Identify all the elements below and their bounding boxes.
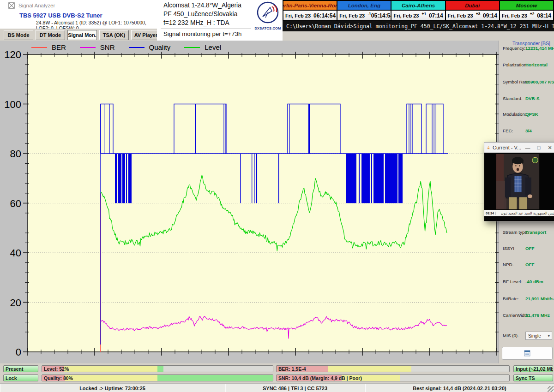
gauge-segment: [411, 366, 509, 372]
tab-av-player[interactable]: AV Player: [131, 30, 161, 40]
clock-date: Fri, Feb 23: [448, 13, 473, 18]
field-standard-: Standard:DVB-S: [499, 96, 554, 102]
gauge-segment: [157, 375, 273, 381]
legend-label: SNR: [100, 43, 115, 51]
field-label: Modulation:: [503, 112, 526, 117]
vlc-video-area[interactable]: 09:34 رئيس الجمهورية السيد عبد المجيد تب…: [484, 153, 554, 220]
clock-time-row: Fri, Feb 23+208:14: [500, 11, 553, 20]
clock-date: Fri, Feb 23: [393, 13, 419, 18]
field-fec-: FEC:3/4: [499, 128, 554, 135]
mis-select-value: Single: [528, 333, 541, 339]
clock-city: Moscow: [500, 1, 553, 10]
vlc-titlebar[interactable]: Current - V... — □ ✕: [484, 143, 554, 153]
field-rf-level-: RF Level:-40 dBm: [499, 279, 554, 285]
svg-text:40: 40: [10, 247, 21, 259]
gauge-segment: [163, 366, 273, 372]
field-label: NPD:: [503, 262, 513, 267]
clock-city: London, Eng: [337, 1, 391, 10]
clock-time: 06:14:54: [313, 12, 336, 19]
field-npd-: NPD:OFF: [499, 262, 554, 268]
minimize-icon[interactable]: —: [524, 145, 531, 151]
signal-chart: BERSNRQualityLevel 020406080100120: [0, 41, 499, 363]
vlc-window: Current - V... — □ ✕: [484, 142, 554, 221]
gauge-segment: [157, 366, 163, 372]
tab-dt-mode[interactable]: DT Mode: [36, 30, 65, 40]
clock-london-eng: London, EngFri, Feb 23-105:14:54: [337, 1, 391, 20]
app-icon: [8, 2, 15, 9]
field-value: OFF: [525, 262, 535, 267]
clock-time-row: Fri, Feb 2306:14:54: [283, 11, 337, 20]
field-label: Polarization:: [503, 62, 528, 67]
clock-time-row: Fri, Feb 23+309:14: [446, 11, 499, 20]
legend-label: BER: [52, 43, 66, 51]
field-label: RF Level:: [503, 279, 522, 284]
clock-time: 07:14: [429, 12, 443, 19]
resize-grip-icon[interactable]: [548, 386, 554, 392]
gauge-segment: [328, 366, 411, 372]
mode-tabstrip: BS ModeDT ModeSignal Mon.TSA (OK)AV Play…: [0, 29, 160, 41]
close-icon[interactable]: ✕: [546, 145, 554, 151]
clock-time-row: Fri, Feb 23+107:14: [391, 11, 445, 20]
level-bar: Level: 52%: [42, 365, 273, 372]
video-frame: [496, 154, 539, 209]
gauge-segment: [400, 375, 509, 381]
console-window: C:\Users\Roman Dávid>Signal monitoring_P…: [283, 21, 554, 31]
field-value: 21,476 MHz: [525, 313, 550, 318]
statusbar-uptime: Locked -> Uptime: 73:00:25: [0, 384, 225, 392]
field-value: 15908,307 KS/s: [525, 79, 554, 84]
tab-tsa-ok-[interactable]: TSA (OK): [99, 30, 129, 40]
field-value: 3/4: [525, 128, 532, 133]
statusbar: Locked -> Uptime: 73:00:25 SYNC 486 | TE…: [0, 383, 554, 392]
clock-city: Cairo-Athens: [391, 1, 445, 10]
svg-text:100: 100: [4, 99, 21, 110]
field-label: Standard:: [503, 96, 522, 101]
legend-label: Level: [205, 43, 221, 51]
tab-bs-mode[interactable]: BS Mode: [4, 30, 33, 40]
legend-item-quality: Quality: [129, 43, 171, 51]
news-ticker: 09:34 رئيس الجمهورية السيد عبد المجيد تب…: [484, 210, 554, 216]
maximize-icon[interactable]: □: [535, 145, 542, 151]
clock-date: Fri, Feb 23: [502, 13, 527, 18]
legend-swatch: [31, 47, 47, 48]
statusbar-sync: SYNC 486 | TEI 3 | CC 5723: [225, 384, 365, 392]
legend-swatch: [129, 47, 145, 48]
present-label: Present: [6, 366, 24, 372]
annotation-line2: PF 450_Lučenec/Slovakia: [163, 11, 253, 18]
field-value: Transport: [525, 230, 546, 235]
tuner-info: TBS 5927 USB DVB-S2 Tuner 24.8W - Alcoms…: [0, 12, 157, 31]
input-bar: Input (~21,02 Mbps): [513, 365, 553, 372]
legend-item-level: Level: [184, 43, 221, 51]
legend-swatch: [80, 47, 96, 48]
svg-text:60: 60: [10, 198, 21, 209]
lock-bar: Lock: [3, 374, 38, 381]
tab-signal-mon-[interactable]: Signal Mon.: [67, 30, 97, 40]
field-issyi: ISSYIOFF: [499, 246, 554, 252]
svg-text:80: 80: [10, 148, 21, 160]
present-bar: Present: [3, 365, 38, 372]
snr-bar: SNR: 10,4 dB (Margin: 4,9 dB | Poor): [276, 374, 510, 381]
field-label: MIS (0):: [503, 333, 519, 338]
legend-item-ber: BER: [31, 43, 66, 51]
window-titlebar[interactable]: Signal Analyzer: [0, 0, 165, 11]
field-value: Horizontal: [525, 62, 548, 67]
legend-label: Quality: [149, 43, 171, 51]
sync-label: Sync TS: [516, 375, 535, 381]
ts-save-icon: [524, 350, 531, 356]
chart-legend: BERSNRQualityLevel: [31, 43, 221, 51]
clock-city: Berlin-Paris-Vienna-Roma: [283, 1, 337, 10]
mis-select[interactable]: Single▾: [525, 332, 552, 340]
ts-record-button[interactable]: [502, 347, 553, 360]
field-carrierwidth-: CarrierWidth:21,476 MHz: [499, 313, 554, 319]
clock-time-row: Fri, Feb 23-105:14:54: [337, 11, 391, 20]
field-value: 12231,414 MHz: [525, 46, 554, 51]
field-value: DVB-S: [525, 96, 539, 101]
field-bitrate-: BitRate:21,991 Mbit/s: [499, 296, 554, 303]
ber-bar: BER: 1,5E-4: [276, 365, 510, 372]
clock-date: Fri, Feb 23: [339, 13, 365, 18]
clock-utc-offset: +2: [530, 12, 535, 16]
clock-utc-offset: +1: [422, 12, 426, 16]
console-text: C:\Users\Roman Dávid>Signal monitoring_P…: [286, 23, 554, 30]
svg-text:0: 0: [16, 346, 21, 358]
chart-plot: 020406080100120: [0, 41, 499, 363]
clock-city: Dubai: [446, 1, 499, 10]
